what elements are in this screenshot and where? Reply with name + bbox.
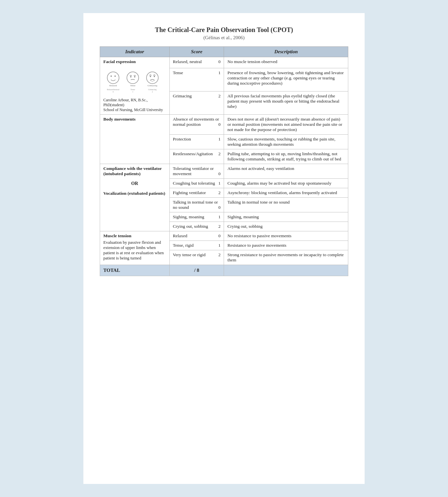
header-description: Description — [224, 47, 348, 57]
svg-point-2 — [114, 75, 116, 77]
muscle-sub: Evaluation by passive flexion and extens… — [103, 240, 166, 261]
facial-label: Facial expression — [103, 59, 166, 64]
total-score-value: / 8 — [194, 268, 199, 273]
svg-point-0 — [107, 72, 119, 84]
score-label-protection: Protection 1 — [169, 135, 224, 149]
svg-text:0: 0 — [113, 91, 114, 93]
body-label: Body movements — [103, 117, 166, 122]
ventilator-label: Compliance with the ventilator (intubate… — [103, 166, 166, 176]
score-label-tense-rigid: Tense, rigid 1 — [169, 241, 224, 250]
desc-tense-rigid: Resistance to passive movements — [224, 241, 348, 250]
header-indicator: Indicator — [100, 47, 170, 57]
indicator-body: Body movements — [100, 115, 170, 164]
desc-coughing: Coughing, alarms may be activated but st… — [224, 179, 348, 188]
score-label-crying: Crying out, sobbing 2 — [169, 222, 224, 231]
svg-point-5 — [130, 76, 131, 77]
svg-point-8 — [146, 72, 158, 84]
table-row: Facial expression Relaxed — [100, 57, 348, 68]
svg-point-1 — [111, 75, 112, 77]
svg-text:2: 2 — [152, 91, 153, 93]
desc-relaxed: No muscle tension observed — [224, 57, 348, 68]
page-subtitle: (Gélinas et al., 2006) — [100, 35, 348, 41]
desc-talking: Talking in normal tone or no sound — [224, 198, 348, 212]
indicator-ventilator: Compliance with the ventilator (intubate… — [100, 164, 170, 231]
score-label-relaxed: Relaxed, neutral 0 — [169, 57, 224, 68]
face-image-area: Relaxed Tense — [103, 66, 162, 96]
score-label-sighing: Sighing, moaning 1 — [169, 212, 224, 222]
svg-text:Tense: Tense — [130, 84, 135, 87]
desc-sighing: Sighing, moaning — [224, 212, 348, 222]
svg-text:1: 1 — [132, 91, 133, 93]
indicator-facial: Facial expression Relaxed — [100, 57, 170, 115]
score-label-talking: Talking in normal tone or no sound 0 — [169, 198, 224, 212]
desc-grimacing: All previous facial movements plus eyeli… — [224, 91, 348, 114]
score-label-very-tense: Very tense or rigid 2 — [169, 250, 224, 265]
total-score: / 8 — [169, 265, 224, 276]
header-score: Score — [169, 47, 224, 57]
score-label-relaxed-muscle: Relaxed 0 — [169, 231, 224, 241]
face-drawings-svg: Relaxed Tense — [105, 68, 161, 94]
svg-text:Relaxed: Relaxed — [110, 84, 117, 87]
desc-restlessness: Pulling tube, attempting to sit up, movi… — [224, 149, 348, 164]
facial-author: Caroline Arbour, RN, B.Sc., PhD(student)… — [103, 98, 166, 112]
score-label-tolerating: Tolerating ventilator or movement 0 — [169, 164, 224, 179]
muscle-label: Muscle tension — [103, 233, 166, 239]
score-label-fighting: Fighting ventilator 2 — [169, 188, 224, 198]
score-label-absence: Absence of movements or normal position … — [169, 115, 224, 135]
desc-fighting: Asynchrony: blocking ventilation, alarms… — [224, 188, 348, 198]
svg-text:Grimacing: Grimacing — [148, 89, 157, 91]
desc-tolerating: Alarms not activated, easy ventilation — [224, 164, 348, 179]
svg-point-6 — [134, 76, 135, 77]
svg-point-9 — [150, 76, 151, 77]
desc-very-tense: Strong resistance to passive movements o… — [224, 250, 348, 265]
or-text: OR — [103, 180, 166, 188]
svg-text:Relaxed/neutral: Relaxed/neutral — [107, 89, 119, 91]
desc-crying: Crying out, sobbing — [224, 222, 348, 231]
desc-tense: Presence of frowning, brow lowering, orb… — [224, 68, 348, 91]
total-label: TOTAL — [100, 265, 170, 276]
page-title: The Critical-Care Pain Observation Tool … — [100, 26, 348, 34]
score-label-grimacing: Grimacing 2 — [169, 91, 224, 114]
score-label-restlessness: Restlessness/Agitation 2 — [169, 149, 224, 164]
table-row: Body movements Absence of movements or n… — [100, 115, 348, 135]
vocalization-label: Vocalization (extubated patients) — [103, 191, 166, 196]
desc-absence: Does not move at all (doesn't necessaril… — [224, 115, 348, 135]
total-description — [224, 265, 348, 276]
indicator-muscle: Muscle tension Evaluation by passive fle… — [100, 231, 170, 265]
desc-relaxed-muscle: No resistance to passive movements — [224, 231, 348, 241]
svg-point-10 — [154, 76, 155, 77]
score-label-coughing: Coughing but tolerating 1 — [169, 179, 224, 188]
svg-point-4 — [127, 72, 139, 84]
total-row: TOTAL / 8 — [100, 265, 348, 276]
table-row: Compliance with the ventilator (intubate… — [100, 164, 348, 179]
svg-text:Grimacing: Grimacing — [147, 84, 157, 87]
desc-protection: Slow, cautious movements, touching or ru… — [224, 135, 348, 149]
table-row: Muscle tension Evaluation by passive fle… — [100, 231, 348, 241]
page: The Critical-Care Pain Observation Tool … — [83, 13, 365, 484]
score-label-tense: Tense 1 — [169, 68, 224, 91]
svg-text:Tense: Tense — [130, 89, 135, 91]
cpot-table: Indicator Score Description Facial expre… — [100, 46, 348, 276]
